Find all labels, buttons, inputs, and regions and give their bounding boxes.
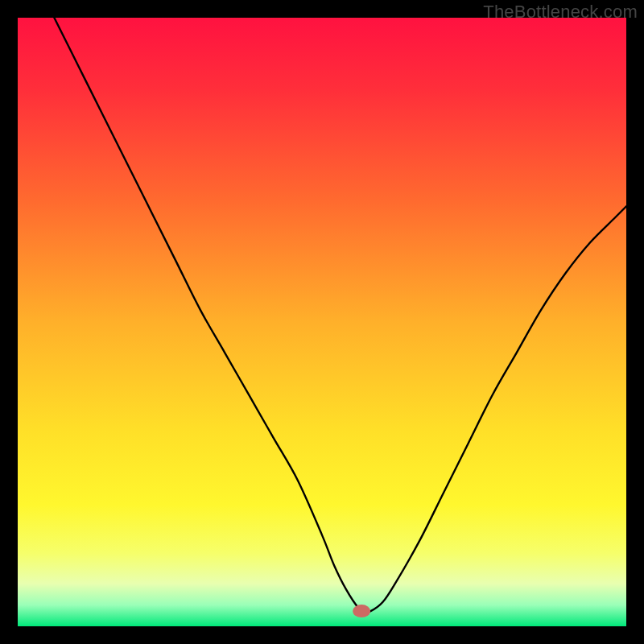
watermark-text: TheBottleneck.com bbox=[483, 2, 638, 23]
plot-area bbox=[18, 18, 626, 626]
plot-svg bbox=[18, 18, 626, 626]
optimal-point-marker bbox=[353, 605, 370, 617]
chart-frame: TheBottleneck.com bbox=[0, 0, 644, 644]
